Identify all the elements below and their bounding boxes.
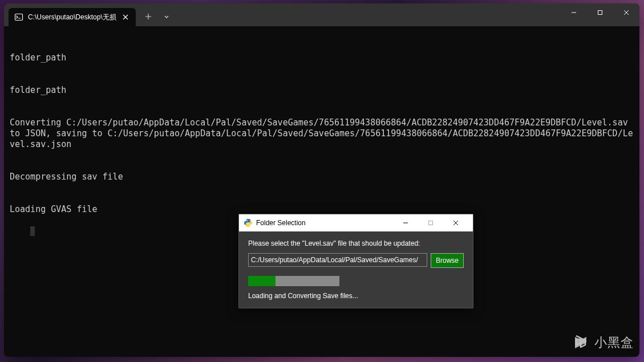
output-line: Converting C:/Users/putao/AppData/Local/… (10, 117, 634, 150)
dialog-body: Please select the "Level.sav" file that … (239, 231, 473, 308)
svg-rect-1 (598, 11, 602, 15)
path-input[interactable] (248, 253, 427, 267)
dialog-input-row: Browse (248, 253, 464, 268)
dialog-controls (393, 215, 468, 231)
terminal-cursor (30, 226, 35, 236)
watermark: 小黑盒 (572, 333, 634, 352)
dialog-close-button[interactable] (443, 215, 468, 231)
progress-fill (248, 276, 276, 286)
dialog-status: Loading and Converting Save files... (248, 292, 464, 300)
watermark-icon (572, 333, 590, 352)
titlebar: C:\Users\putao\Desktop\无损 (4, 3, 639, 26)
tab-dropdown-button[interactable] (159, 9, 175, 25)
new-tab-button[interactable] (140, 9, 156, 25)
dialog-title: Folder Selection (256, 219, 390, 227)
python-icon (244, 218, 253, 227)
progress-bar (248, 276, 339, 286)
dialog-maximize-button (418, 215, 443, 231)
window-controls (561, 3, 639, 22)
tab-actions (140, 9, 175, 25)
minimize-button[interactable] (561, 3, 587, 22)
output-line: folder_path (10, 85, 634, 96)
svg-rect-2 (429, 221, 433, 225)
terminal-tab[interactable]: C:\Users\putao\Desktop\无损 (9, 8, 136, 26)
tab-title: C:\Users\putao\Desktop\无损 (28, 13, 116, 22)
dialog-titlebar[interactable]: Folder Selection (239, 214, 473, 231)
folder-selection-dialog: Folder Selection Please select the "Leve… (238, 214, 473, 308)
browse-button[interactable]: Browse (431, 253, 464, 268)
output-line: folder_path (10, 52, 634, 63)
maximize-button[interactable] (587, 3, 613, 22)
svg-rect-0 (15, 14, 23, 21)
dialog-prompt: Please select the "Level.sav" file that … (248, 239, 464, 247)
output-line: Decompressing sav file (10, 172, 634, 182)
terminal-icon (14, 13, 23, 22)
tab-close-button[interactable] (121, 13, 130, 22)
dialog-minimize-button[interactable] (393, 215, 418, 231)
close-button[interactable] (613, 3, 639, 22)
watermark-text: 小黑盒 (594, 334, 634, 351)
